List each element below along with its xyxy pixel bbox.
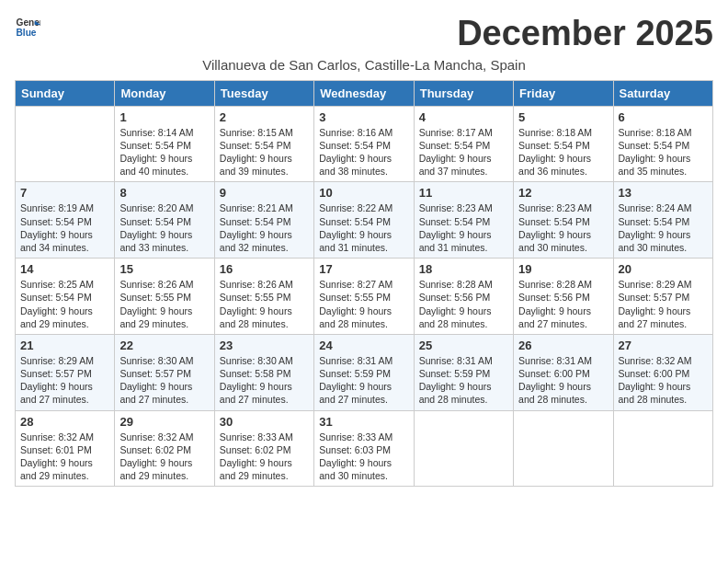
calendar-cell [414,410,513,487]
day-number: 2 [220,110,309,124]
day-header-sunday: Sunday [16,80,115,106]
cell-content: Sunrise: 8:25 AMSunset: 5:54 PMDaylight:… [20,278,109,330]
day-header-saturday: Saturday [613,80,712,106]
cell-content: Sunrise: 8:21 AMSunset: 5:54 PMDaylight:… [220,201,309,254]
day-number: 29 [119,415,209,429]
calendar-cell: 22Sunrise: 8:30 AMSunset: 5:57 PMDayligh… [115,334,214,410]
cell-content: Sunrise: 8:16 AMSunset: 5:54 PMDaylight:… [319,126,408,178]
calendar-table: SundayMondayTuesdayWednesdayThursdayFrid… [15,80,713,487]
calendar-cell: 13Sunrise: 8:24 AMSunset: 5:54 PMDayligh… [613,182,712,259]
calendar-body: 1Sunrise: 8:14 AMSunset: 5:54 PMDaylight… [16,106,713,486]
calendar-cell: 1Sunrise: 8:14 AMSunset: 5:54 PMDaylight… [115,106,214,182]
cell-content: Sunrise: 8:18 AMSunset: 5:54 PMDaylight:… [619,126,708,178]
calendar-cell: 7Sunrise: 8:19 AMSunset: 5:54 PMDaylight… [16,182,115,259]
calendar-cell: 23Sunrise: 8:30 AMSunset: 5:58 PMDayligh… [214,334,313,410]
cell-content: Sunrise: 8:15 AMSunset: 5:54 PMDaylight:… [220,126,309,178]
day-number: 24 [319,339,408,352]
day-number: 1 [119,110,209,124]
calendar-cell: 5Sunrise: 8:18 AMSunset: 5:54 PMDaylight… [514,106,613,182]
calendar-week-2: 7Sunrise: 8:19 AMSunset: 5:54 PMDaylight… [16,182,713,259]
day-number: 20 [619,262,708,276]
calendar-cell: 14Sunrise: 8:25 AMSunset: 5:54 PMDayligh… [16,259,115,335]
cell-content: Sunrise: 8:26 AMSunset: 5:55 PMDaylight:… [220,278,309,330]
svg-text:Blue: Blue [17,28,37,38]
cell-content: Sunrise: 8:19 AMSunset: 5:54 PMDaylight:… [20,201,109,254]
calendar-cell: 24Sunrise: 8:31 AMSunset: 5:59 PMDayligh… [314,334,414,410]
cell-content: Sunrise: 8:31 AMSunset: 5:59 PMDaylight:… [419,354,508,407]
cell-content: Sunrise: 8:23 AMSunset: 5:54 PMDaylight:… [518,201,608,254]
calendar-cell: 2Sunrise: 8:15 AMSunset: 5:54 PMDaylight… [214,106,313,182]
calendar-cell: 30Sunrise: 8:33 AMSunset: 6:02 PMDayligh… [214,410,313,487]
day-header-thursday: Thursday [414,80,513,106]
calendar-cell: 8Sunrise: 8:20 AMSunset: 5:54 PMDaylight… [115,182,214,259]
calendar-week-3: 14Sunrise: 8:25 AMSunset: 5:54 PMDayligh… [16,259,713,335]
day-number: 7 [20,186,109,200]
day-number: 13 [619,186,708,200]
cell-content: Sunrise: 8:32 AMSunset: 6:00 PMDaylight:… [619,354,708,407]
calendar-cell: 12Sunrise: 8:23 AMSunset: 5:54 PMDayligh… [514,182,613,259]
calendar-cell: 18Sunrise: 8:28 AMSunset: 5:56 PMDayligh… [414,259,513,335]
day-number: 14 [20,262,109,276]
cell-content: Sunrise: 8:23 AMSunset: 5:54 PMDaylight:… [419,201,508,254]
cell-content: Sunrise: 8:24 AMSunset: 5:54 PMDaylight:… [619,201,708,254]
day-number: 18 [419,262,508,276]
day-number: 31 [319,415,408,429]
location-subtitle: Villanueva de San Carlos, Castille-La Ma… [15,57,713,73]
cell-content: Sunrise: 8:18 AMSunset: 5:54 PMDaylight:… [518,126,608,178]
cell-content: Sunrise: 8:14 AMSunset: 5:54 PMDaylight:… [119,126,209,178]
cell-content: Sunrise: 8:29 AMSunset: 5:57 PMDaylight:… [20,354,109,407]
day-number: 23 [220,339,309,352]
cell-content: Sunrise: 8:27 AMSunset: 5:55 PMDaylight:… [319,278,408,330]
day-number: 21 [20,339,109,352]
day-number: 28 [20,415,109,429]
calendar-cell: 29Sunrise: 8:32 AMSunset: 6:02 PMDayligh… [115,410,214,487]
day-number: 22 [119,339,209,352]
calendar-cell: 6Sunrise: 8:18 AMSunset: 5:54 PMDaylight… [613,106,712,182]
calendar-cell: 20Sunrise: 8:29 AMSunset: 5:57 PMDayligh… [613,259,712,335]
calendar-cell: 17Sunrise: 8:27 AMSunset: 5:55 PMDayligh… [314,259,414,335]
calendar-cell: 3Sunrise: 8:16 AMSunset: 5:54 PMDaylight… [314,106,414,182]
day-header-tuesday: Tuesday [214,80,313,106]
day-number: 9 [220,186,309,200]
day-number: 26 [518,339,608,352]
day-number: 5 [518,110,608,124]
calendar-cell: 11Sunrise: 8:23 AMSunset: 5:54 PMDayligh… [414,182,513,259]
calendar-cell: 4Sunrise: 8:17 AMSunset: 5:54 PMDaylight… [414,106,513,182]
calendar-cell: 10Sunrise: 8:22 AMSunset: 5:54 PMDayligh… [314,182,414,259]
cell-content: Sunrise: 8:33 AMSunset: 6:02 PMDaylight:… [220,431,309,483]
cell-content: Sunrise: 8:33 AMSunset: 6:03 PMDaylight:… [319,431,408,483]
day-number: 15 [119,262,209,276]
cell-content: Sunrise: 8:32 AMSunset: 6:01 PMDaylight:… [20,431,109,483]
calendar-week-5: 28Sunrise: 8:32 AMSunset: 6:01 PMDayligh… [16,410,713,487]
cell-content: Sunrise: 8:31 AMSunset: 5:59 PMDaylight:… [319,354,408,407]
calendar-cell: 21Sunrise: 8:29 AMSunset: 5:57 PMDayligh… [16,334,115,410]
day-header-wednesday: Wednesday [314,80,414,106]
month-title: December 2025 [457,15,713,53]
day-number: 11 [419,186,508,200]
day-header-monday: Monday [115,80,214,106]
day-header-friday: Friday [514,80,613,106]
page-header: General Blue December 2025 [15,15,713,53]
day-number: 3 [319,110,408,124]
day-number: 16 [220,262,309,276]
calendar-header-row: SundayMondayTuesdayWednesdayThursdayFrid… [16,80,713,106]
cell-content: Sunrise: 8:28 AMSunset: 5:56 PMDaylight:… [419,278,508,330]
day-number: 12 [518,186,608,200]
logo-icon: General Blue [15,15,40,40]
calendar-week-1: 1Sunrise: 8:14 AMSunset: 5:54 PMDaylight… [16,106,713,182]
day-number: 10 [319,186,408,200]
cell-content: Sunrise: 8:22 AMSunset: 5:54 PMDaylight:… [319,201,408,254]
calendar-week-4: 21Sunrise: 8:29 AMSunset: 5:57 PMDayligh… [16,334,713,410]
calendar-cell: 15Sunrise: 8:26 AMSunset: 5:55 PMDayligh… [115,259,214,335]
day-number: 6 [619,110,708,124]
title-block: December 2025 [457,15,713,53]
day-number: 30 [220,415,309,429]
cell-content: Sunrise: 8:31 AMSunset: 6:00 PMDaylight:… [518,354,608,407]
calendar-cell: 9Sunrise: 8:21 AMSunset: 5:54 PMDaylight… [214,182,313,259]
calendar-cell [16,106,115,182]
calendar-cell: 25Sunrise: 8:31 AMSunset: 5:59 PMDayligh… [414,334,513,410]
cell-content: Sunrise: 8:17 AMSunset: 5:54 PMDaylight:… [419,126,508,178]
day-number: 27 [619,339,708,352]
logo: General Blue [15,15,40,40]
calendar-cell: 16Sunrise: 8:26 AMSunset: 5:55 PMDayligh… [214,259,313,335]
